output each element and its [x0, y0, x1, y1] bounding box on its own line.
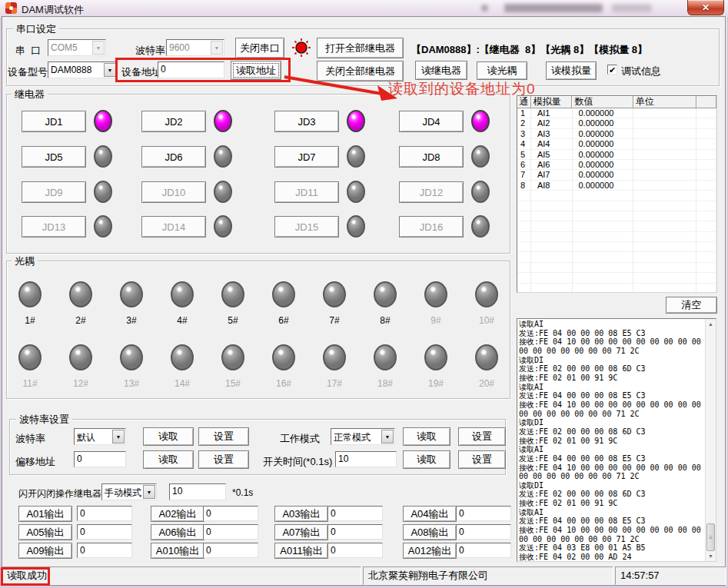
output-button-a09[interactable]: A09输出: [18, 543, 72, 559]
scroll-up-icon[interactable]: ▲: [706, 319, 716, 329]
table-row: [517, 211, 716, 221]
relay-button-jd5[interactable]: JD5: [22, 146, 86, 168]
output-value-input-a07[interactable]: 0: [327, 524, 383, 540]
read-relay-button[interactable]: 读继电器: [415, 61, 467, 80]
table-cell: [517, 284, 531, 293]
read-analog-button[interactable]: 读模拟量: [546, 61, 597, 80]
output-value-input-a03[interactable]: 0: [327, 506, 383, 521]
debug-log-box[interactable]: 读取AI 发送:FE 04 00 00 00 08 E5 C3 接收:FE 04…: [517, 318, 716, 562]
output-button-a04[interactable]: A04输出: [403, 506, 457, 522]
output-button-a012[interactable]: A012输出: [403, 543, 457, 559]
switch-time-read-button[interactable]: 读取: [403, 450, 450, 469]
opto-led-13: [120, 344, 143, 370]
work-mode-select[interactable]: 正常模式 ▼: [331, 428, 395, 445]
baud-setting-select[interactable]: 默认 ▼: [74, 428, 126, 445]
opto-led-15: [221, 344, 244, 370]
open-all-relays-button[interactable]: 打开全部继电器: [317, 38, 404, 58]
relay-led-jd9: [94, 181, 112, 203]
output-value-input-a05[interactable]: 0: [77, 524, 132, 540]
relay-button-jd1[interactable]: JD1: [22, 111, 86, 132]
table-cell: [696, 242, 716, 252]
opto-label-13: 13#: [116, 378, 147, 389]
output-button-a03[interactable]: A03输出: [274, 506, 328, 522]
table-cell: [517, 191, 531, 201]
output-button-a01[interactable]: A01输出: [18, 506, 72, 522]
relay-button-jd7[interactable]: JD7: [274, 146, 339, 168]
opto-led-9: [424, 281, 447, 307]
model-select[interactable]: DAM0888 ▼: [48, 61, 118, 78]
debug-info-checkbox[interactable]: ✔: [607, 65, 617, 75]
scrollbar-thumb[interactable]: ≡: [706, 523, 715, 551]
baud-settings-group-title: 波特率设置: [16, 413, 72, 427]
relay-button-jd4[interactable]: JD4: [399, 111, 464, 132]
output-button-a011[interactable]: A011输出: [274, 543, 328, 559]
baud-set-button[interactable]: 设置: [198, 427, 249, 446]
table-cell: AI6: [531, 160, 573, 170]
output-button-a02[interactable]: A02输出: [151, 506, 204, 522]
opto-label-1: 1#: [15, 315, 45, 326]
output-value-input-a010[interactable]: 0: [203, 543, 258, 558]
offset-set-button[interactable]: 设置: [198, 450, 249, 469]
opto-led-12: [69, 344, 92, 370]
output-value-input-a011[interactable]: 0: [327, 543, 383, 558]
table-cell: 0.000000: [573, 129, 633, 139]
output-value-input-a06[interactable]: 0: [203, 524, 258, 540]
output-value-input-a09[interactable]: 0: [77, 543, 132, 558]
table-cell: [696, 201, 716, 211]
table-row: [517, 221, 716, 231]
offset-address-input[interactable]: 0: [74, 451, 126, 467]
baud-label: 波特率: [135, 44, 165, 58]
relay-button-jd8[interactable]: JD8: [399, 146, 464, 168]
output-button-a06[interactable]: A06输出: [151, 524, 204, 540]
work-mode-set-button[interactable]: 设置: [458, 427, 506, 446]
output-value-input-a04[interactable]: 0: [456, 506, 511, 521]
opto-led-1: [18, 281, 42, 307]
relay-led-jd2: [214, 110, 232, 132]
opto-led-5: [221, 281, 244, 307]
output-value-input-a02[interactable]: 0: [203, 506, 258, 521]
table-cell: [531, 284, 573, 293]
opto-label-11: 11#: [15, 378, 45, 389]
output-value-input-a012[interactable]: 0: [456, 543, 511, 558]
port-label: 串 口: [15, 44, 41, 58]
relay-led-jd5: [94, 145, 112, 168]
output-value-input-a08[interactable]: 0: [456, 524, 511, 540]
relay-led-jd1: [94, 110, 112, 132]
clear-log-button[interactable]: 清空: [666, 297, 717, 314]
flash-mode-select[interactable]: 手动模式 ▼: [101, 483, 157, 500]
output-button-a07[interactable]: A07输出: [274, 524, 328, 540]
table-cell: [517, 273, 531, 283]
switch-time-set-button[interactable]: 设置: [458, 450, 506, 469]
table-cell: [573, 263, 633, 273]
model-label: 设备型号: [8, 65, 48, 79]
relay-button-jd3[interactable]: JD3: [274, 111, 339, 132]
work-mode-read-button[interactable]: 读取: [403, 427, 450, 446]
relay-button-jd13: JD13: [22, 216, 86, 238]
relay-led-jd11: [347, 181, 365, 203]
output-button-a08[interactable]: A08输出: [403, 524, 457, 540]
output-button-a010[interactable]: A010输出: [151, 543, 204, 559]
analog-table-body: 1AI10.0000002AI20.0000003AI30.0000004AI4…: [517, 108, 716, 293]
read-opto-button[interactable]: 读光耦: [477, 61, 527, 80]
flash-time-input[interactable]: 10: [169, 483, 226, 500]
switch-time-input[interactable]: 10: [335, 451, 397, 467]
baud-read-button[interactable]: 读取: [143, 427, 194, 446]
relay-led-jd6: [214, 145, 232, 168]
table-cell: [633, 221, 696, 231]
relay-button-jd6[interactable]: JD6: [141, 146, 206, 168]
table-cell: [633, 263, 696, 273]
table-cell: [696, 129, 716, 139]
close-serial-button[interactable]: 关闭串口: [235, 38, 284, 58]
close-button[interactable]: ✕: [687, 0, 724, 15]
relay-button-jd2[interactable]: JD2: [141, 111, 206, 132]
opto-led-19: [424, 344, 447, 370]
table-cell: 0.000000: [573, 108, 633, 118]
output-button-a05[interactable]: A05输出: [18, 524, 72, 540]
table-cell: 0.000000: [573, 181, 633, 191]
scroll-down-icon[interactable]: ▼: [706, 551, 716, 561]
offset-read-button[interactable]: 读取: [143, 450, 194, 469]
opto-label-14: 14#: [167, 378, 198, 389]
output-value-input-a01[interactable]: 0: [77, 506, 132, 521]
table-cell: [517, 252, 531, 262]
log-scrollbar[interactable]: ▲ ≡ ▼: [705, 319, 716, 561]
